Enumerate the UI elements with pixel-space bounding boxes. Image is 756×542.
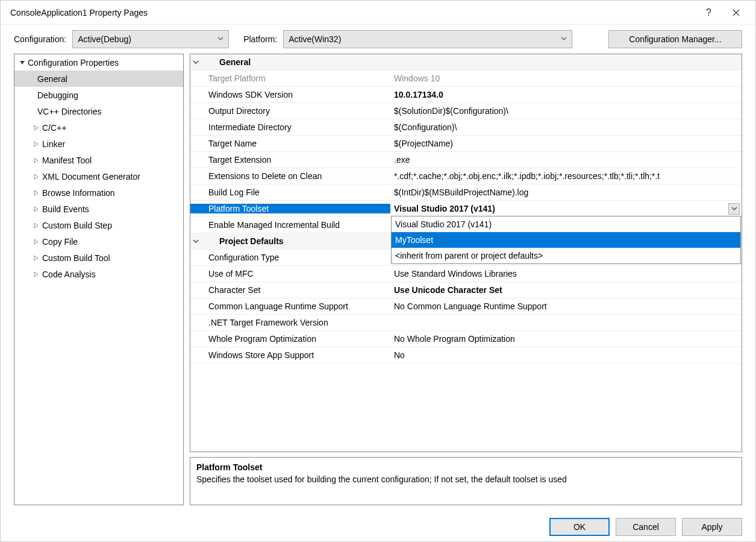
toolset-dropdown[interactable]: Visual Studio 2017 (v141) MyToolset <inh… [391, 216, 741, 264]
description-text: Specifies the toolset used for building … [196, 474, 736, 484]
prop-build-log[interactable]: Build Log File$(IntDir)$(MSBuildProjectN… [190, 184, 742, 201]
property-pages-window: ConsoleApplication1 Property Pages ? Con… [0, 0, 756, 542]
titlebar: ConsoleApplication1 Property Pages ? [1, 1, 755, 25]
tree-item-vcdirs[interactable]: VC++ Directories [14, 103, 183, 119]
collapse-icon [19, 60, 28, 66]
platform-value: Active(Win32) [289, 34, 341, 44]
tree-item-linker[interactable]: Linker [14, 136, 183, 152]
prop-output-dir[interactable]: Output Directory$(SolutionDir)$(Configur… [190, 103, 742, 119]
expand-icon [34, 239, 42, 245]
category-tree[interactable]: Configuration Properties General Debuggi… [14, 54, 184, 505]
tree-item-manifest[interactable]: Manifest Tool [14, 152, 183, 168]
description-panel: Platform Toolset Specifies the toolset u… [190, 457, 742, 505]
platform-label: Platform: [243, 34, 277, 44]
help-button[interactable]: ? [695, 4, 722, 22]
expand-icon [34, 125, 42, 131]
dropdown-option[interactable]: <inherit from parent or project defaults… [392, 248, 740, 263]
expand-icon [34, 190, 42, 196]
dropdown-button[interactable] [728, 203, 740, 215]
prop-sdk-version[interactable]: Windows SDK Version10.0.17134.0 [190, 87, 742, 103]
prop-int-dir[interactable]: Intermediate Directory$(Configuration)\ [190, 119, 742, 136]
expand-icon [34, 141, 42, 147]
platform-combo[interactable]: Active(Win32) [283, 30, 572, 48]
toolbar: Configuration: Active(Debug) Platform: A… [1, 25, 755, 54]
dialog-buttons: OK Cancel Apply [1, 512, 755, 541]
prop-target-ext[interactable]: Target Extension.exe [190, 152, 742, 168]
prop-platform-toolset[interactable]: Platform Toolset Visual Studio 2017 (v14… [190, 201, 742, 217]
prop-netfw[interactable]: .NET Target Framework Version [190, 315, 742, 331]
tree-root[interactable]: Configuration Properties [14, 54, 183, 71]
expand-icon [34, 206, 42, 212]
apply-button[interactable]: Apply [682, 518, 742, 536]
tree-item-custombuildtool[interactable]: Custom Build Tool [14, 250, 183, 266]
tree-item-buildevents[interactable]: Build Events [14, 201, 183, 217]
description-title: Platform Toolset [196, 462, 736, 472]
expand-icon [34, 174, 42, 180]
dropdown-option[interactable]: Visual Studio 2017 (v141) [392, 216, 740, 232]
prop-charset[interactable]: Character SetUse Unicode Character Set [190, 282, 742, 298]
tree-item-browse[interactable]: Browse Information [14, 184, 183, 201]
configuration-label: Configuration: [14, 34, 66, 44]
tree-item-xmldoc[interactable]: XML Document Generator [14, 168, 183, 184]
tree-item-ccpp[interactable]: C/C++ [14, 119, 183, 136]
property-grid: General Target PlatformWindows 10 Window… [190, 54, 742, 452]
prop-wpo[interactable]: Whole Program OptimizationNo Whole Progr… [190, 331, 742, 347]
configuration-value: Active(Debug) [78, 34, 131, 44]
chevron-down-icon [561, 36, 567, 43]
prop-store[interactable]: Windows Store App SupportNo [190, 347, 742, 364]
expand-icon [34, 255, 42, 261]
collapse-icon [190, 59, 201, 65]
ok-button[interactable]: OK [549, 518, 610, 536]
tree-item-debugging[interactable]: Debugging [14, 87, 183, 103]
tree-item-codeanalysis[interactable]: Code Analysis [14, 266, 183, 282]
prop-target-platform[interactable]: Target PlatformWindows 10 [190, 71, 742, 87]
expand-icon [34, 271, 42, 277]
window-title: ConsoleApplication1 Property Pages [7, 8, 695, 17]
close-button[interactable] [722, 4, 749, 22]
tree-item-general[interactable]: General [14, 71, 183, 87]
cancel-button[interactable]: Cancel [616, 518, 676, 536]
tree-item-custombuildstep[interactable]: Custom Build Step [14, 217, 183, 233]
prop-mfc[interactable]: Use of MFCUse Standard Windows Libraries [190, 266, 742, 282]
chevron-down-icon [217, 36, 223, 43]
dropdown-option[interactable]: MyToolset [392, 232, 740, 248]
section-general[interactable]: General [190, 54, 742, 71]
expand-icon [34, 157, 42, 163]
platform-toolset-value: Visual Studio 2017 (v141) [394, 204, 495, 213]
configuration-manager-button[interactable]: Configuration Manager... [608, 30, 742, 48]
tree-item-copyfile[interactable]: Copy File [14, 233, 183, 250]
collapse-icon [190, 238, 201, 244]
expand-icon [34, 222, 42, 228]
prop-target-name[interactable]: Target Name$(ProjectName) [190, 136, 742, 152]
configuration-combo[interactable]: Active(Debug) [72, 30, 229, 48]
prop-clr[interactable]: Common Language Runtime SupportNo Common… [190, 298, 742, 315]
prop-ext-delete[interactable]: Extensions to Delete on Clean*.cdf;*.cac… [190, 168, 742, 184]
